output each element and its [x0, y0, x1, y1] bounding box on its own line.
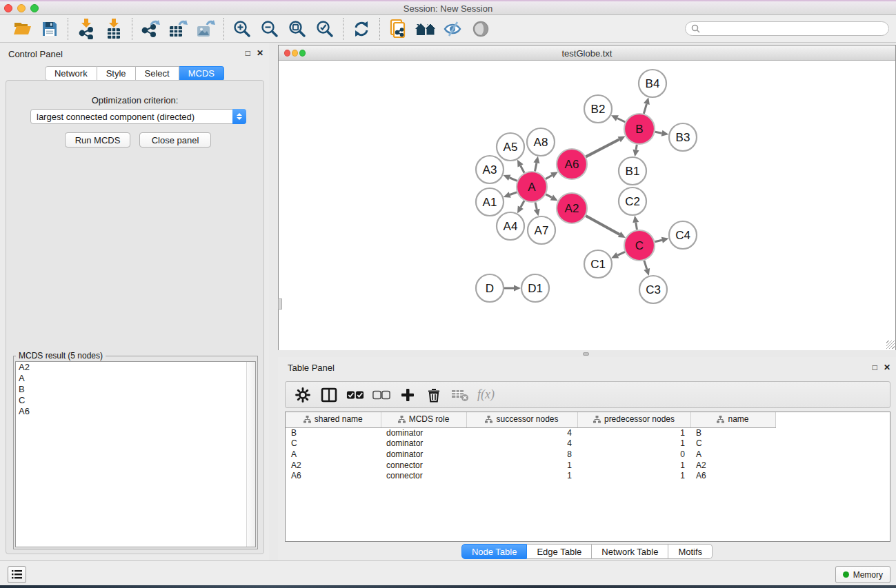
table-cell[interactable]: 8: [466, 449, 577, 460]
table-cell[interactable]: A2: [286, 460, 381, 471]
zoom-out-button[interactable]: [256, 17, 283, 41]
table-cell[interactable]: dominator: [381, 449, 466, 460]
network-graph[interactable]: B4B2BB3A5A8A6A3B1AA1C2A2A4A7C4CC1C3DD1: [279, 61, 895, 350]
graph-edge-A-A5[interactable]: [521, 165, 525, 172]
open-file-button[interactable]: [8, 17, 36, 41]
tab-mcds[interactable]: MCDS: [179, 66, 224, 81]
tab-node-table[interactable]: Node Table: [461, 544, 528, 559]
mcds-result-item[interactable]: A6: [16, 406, 255, 417]
mcds-result-list[interactable]: A2ABCA6: [15, 361, 256, 547]
memory-button[interactable]: Memory: [835, 566, 890, 583]
graph-edge-B-B3[interactable]: [655, 132, 662, 133]
clear-table-button[interactable]: [451, 386, 469, 404]
select-all-button[interactable]: [346, 386, 364, 404]
zoom-selected-button[interactable]: [311, 17, 339, 41]
table-cell[interactable]: 0: [577, 449, 690, 460]
table-cell[interactable]: 4: [466, 427, 577, 438]
panel-splitter-handle[interactable]: [583, 352, 589, 356]
table-cell[interactable]: A2: [690, 460, 775, 471]
mcds-result-item[interactable]: A: [16, 373, 255, 384]
search-box[interactable]: [685, 21, 889, 36]
table-cell[interactable]: B: [286, 427, 381, 438]
mcds-list-scrollbar[interactable]: [246, 362, 255, 547]
table-cell[interactable]: A: [286, 449, 381, 460]
show-columns-button[interactable]: [320, 386, 338, 404]
mcds-result-item[interactable]: C: [16, 395, 255, 406]
table-cell[interactable]: connector: [381, 470, 466, 481]
table-cell[interactable]: B: [690, 427, 775, 438]
tab-motifs[interactable]: Motifs: [668, 544, 713, 559]
table-settings-button[interactable]: [294, 386, 312, 404]
zoom-fit-button[interactable]: [283, 17, 311, 41]
column-header-name[interactable]: name: [690, 412, 775, 427]
mcds-result-item[interactable]: B: [16, 384, 255, 395]
export-network-button[interactable]: [137, 17, 164, 41]
run-mcds-button[interactable]: Run MCDS: [65, 132, 130, 148]
graph-edge-B-B1[interactable]: [636, 145, 637, 150]
table-cell[interactable]: connector: [381, 460, 466, 471]
save-session-button[interactable]: [36, 17, 63, 41]
graph-edge-C-C4[interactable]: [655, 240, 661, 241]
column-header-MCDS-role[interactable]: MCDS role: [381, 412, 466, 427]
hide-graphics-details-button[interactable]: [439, 17, 467, 41]
tab-network[interactable]: Network: [45, 66, 97, 81]
table-row[interactable]: Adominator80A: [286, 449, 775, 460]
clone-network-button[interactable]: [384, 17, 412, 41]
mcds-result-item[interactable]: A2: [16, 362, 255, 373]
delete-column-button[interactable]: [425, 386, 443, 404]
column-header-predecessor-nodes[interactable]: predecessor nodes: [577, 412, 690, 427]
column-header-shared-name[interactable]: shared name: [286, 412, 381, 427]
table-row[interactable]: Cdominator41C: [286, 438, 775, 449]
home-button[interactable]: [412, 17, 439, 41]
graph-edge-A-A8[interactable]: [535, 163, 537, 171]
show-panels-button[interactable]: [8, 566, 26, 583]
table-cell[interactable]: A6: [286, 470, 381, 481]
import-table-button[interactable]: [100, 17, 128, 41]
export-image-button[interactable]: [192, 17, 219, 41]
deselect-all-button[interactable]: [372, 386, 390, 404]
tab-network-table[interactable]: Network Table: [592, 544, 668, 559]
tab-select[interactable]: Select: [136, 66, 179, 81]
close-panel-icon[interactable]: ✕: [884, 363, 890, 372]
close-panel-icon[interactable]: ✕: [257, 48, 263, 58]
criterion-dropdown[interactable]: largest connected component (directed): [30, 109, 246, 124]
zoom-in-button[interactable]: [228, 17, 256, 41]
table-row[interactable]: A6connector11A6: [286, 470, 775, 481]
export-table-button[interactable]: [164, 17, 192, 41]
column-header-successor-nodes[interactable]: successor nodes: [466, 412, 577, 427]
table-cell[interactable]: 1: [577, 438, 690, 449]
table-cell[interactable]: 1: [577, 427, 690, 438]
network-resize-grip[interactable]: [886, 341, 895, 349]
network-left-grip[interactable]: [278, 298, 282, 310]
close-panel-button[interactable]: Close panel: [139, 132, 211, 148]
show-graphics-details-button[interactable]: [467, 17, 495, 41]
tab-style[interactable]: Style: [97, 66, 136, 81]
float-panel-icon[interactable]: □: [873, 363, 877, 372]
graph-edge-A-A2[interactable]: [546, 194, 552, 198]
graph-edge-B-B2[interactable]: [617, 118, 625, 122]
table-cell[interactable]: 1: [577, 460, 690, 471]
table-cell[interactable]: A6: [690, 470, 775, 481]
table-cell[interactable]: 1: [466, 460, 577, 471]
table-cell[interactable]: 1: [466, 470, 577, 481]
node-table[interactable]: shared nameMCDS rolesuccessor nodesprede…: [285, 412, 890, 542]
graph-edge-B-B4[interactable]: [644, 104, 646, 114]
table-cell[interactable]: A: [690, 449, 775, 460]
table-cell[interactable]: 1: [577, 470, 690, 481]
search-input[interactable]: [704, 24, 883, 34]
graph-edge-A-A7[interactable]: [535, 202, 537, 209]
add-column-button[interactable]: [399, 386, 417, 404]
graph-edge-C-C1[interactable]: [617, 252, 625, 255]
network-window-titlebar[interactable]: testGlobe.txt: [279, 45, 895, 61]
table-row[interactable]: Bdominator41B: [286, 427, 775, 438]
refresh-button[interactable]: [348, 17, 375, 41]
table-header-row[interactable]: shared nameMCDS rolesuccessor nodesprede…: [286, 412, 775, 427]
table-cell[interactable]: 4: [466, 438, 577, 449]
graph-edge-A-A3[interactable]: [510, 178, 517, 181]
table-row[interactable]: A2connector11A2: [286, 460, 775, 471]
table-cell[interactable]: C: [286, 438, 381, 449]
graph-edge-A-A6[interactable]: [546, 175, 552, 179]
graph-edge-A6-B[interactable]: [586, 139, 619, 156]
function-builder-button[interactable]: f(x): [477, 386, 495, 404]
graph-edge-C-C3[interactable]: [644, 261, 647, 269]
